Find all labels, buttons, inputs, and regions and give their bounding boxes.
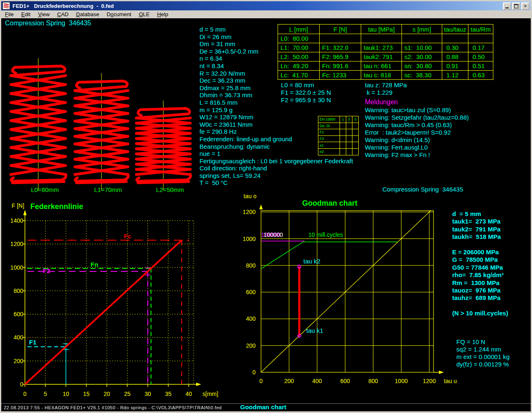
en-table-cell bbox=[340, 148, 346, 155]
fq-line: sq2 = 1.244 mm bbox=[456, 346, 510, 353]
parameter-line: m = 125.9 g bbox=[200, 106, 353, 114]
title-bar[interactable]: FED1+ Druckfederberechnung - 0.fed ✕ bbox=[1, 1, 531, 10]
en-table-cell bbox=[340, 123, 346, 129]
column-header: L [mm] bbox=[278, 25, 320, 34]
message-line: Warning: Fert.ausgl.L0 bbox=[365, 144, 469, 151]
messages-title: Meldungen bbox=[365, 98, 469, 106]
column-header: tau/Rm bbox=[468, 25, 493, 34]
tolerance-line: F1 = 322.0 ± 25 N bbox=[281, 89, 331, 96]
menu-item-database[interactable]: Database bbox=[72, 11, 103, 18]
material-line: tauoz= 976 MPa bbox=[452, 287, 508, 294]
subtitle: Compression Spring 346435 bbox=[382, 186, 463, 193]
en-table-row: F1 bbox=[318, 129, 359, 136]
message-line: Warning: tauc/Rm > 0.45 (0.63) bbox=[365, 121, 469, 129]
table-cell: L1: 70.00 bbox=[278, 43, 320, 52]
app-icon bbox=[2, 2, 10, 10]
table-cell bbox=[468, 34, 493, 43]
table-cell: 0.91 bbox=[442, 61, 468, 71]
close-button[interactable]: ✕ bbox=[521, 2, 530, 10]
tolerance-line: L0 = 80 mm bbox=[281, 81, 331, 89]
en-table-label: e1 bbox=[318, 142, 340, 149]
en-table-cell bbox=[340, 129, 346, 136]
table-cell: 0.88 bbox=[442, 52, 468, 61]
menu-item-ole[interactable]: OLE bbox=[135, 11, 153, 18]
message-line: Error : tauk2>tauperm! S=0.92 bbox=[365, 129, 469, 136]
menu-item-cad[interactable]: CAD bbox=[54, 11, 72, 18]
en-table-cell bbox=[352, 148, 359, 155]
en-table-row: F2 bbox=[318, 135, 359, 142]
material-line: E = 206000 MPa bbox=[452, 248, 508, 256]
table-cell: Fn: 991.6 bbox=[320, 61, 361, 71]
message-line: Warning: Setzgefahr (tau2/tauz=0.88) bbox=[365, 114, 469, 121]
app-window: FED1+ Druckfederberechnung - 0.fed ✕ Fil… bbox=[0, 0, 532, 413]
column-header: tau/tauz bbox=[442, 25, 468, 34]
table-cell: 0.17 bbox=[468, 43, 493, 52]
table-cell: 1.12 bbox=[442, 71, 468, 80]
en-table-cell bbox=[346, 135, 352, 142]
material-line: tauk2= 791 MPa bbox=[452, 226, 508, 233]
table-cell: Fc: 1233 bbox=[320, 71, 361, 80]
minimize-button[interactable] bbox=[503, 2, 511, 10]
table-cell: tauk2: 791 bbox=[361, 52, 402, 61]
en-table-cell bbox=[340, 142, 346, 149]
status-text: 22.08.2013 7:55 - HEXAGON FED1+ V26.1 #1… bbox=[4, 405, 222, 410]
table-cell: 0.50 bbox=[468, 52, 493, 61]
column-header: s [mm] bbox=[402, 25, 442, 34]
tolerance-block: L0 = 80 mmF1 = 322.0 ± 25 NF2 = 965.9 ± … bbox=[281, 81, 331, 104]
material-line: Rm = 1300 MPa bbox=[452, 279, 508, 287]
menu-item-view[interactable]: View bbox=[34, 11, 53, 18]
menu-item-help[interactable]: Help bbox=[153, 11, 172, 18]
column-header: tau [MPa] bbox=[361, 25, 402, 34]
message-line: Warning: tauc>tau zul (S=0.89) bbox=[365, 106, 469, 114]
en-table-title: EN 15800 bbox=[318, 116, 340, 123]
stress-block: tau z: 728 MPa k = 1.229 bbox=[365, 81, 407, 96]
en-table-row: De, Di bbox=[318, 123, 359, 129]
material-line bbox=[452, 302, 508, 310]
tolerance-line: F2 = 965.9 ± 30 N bbox=[281, 96, 331, 104]
menu-item-edit[interactable]: Edit bbox=[17, 11, 34, 18]
en-table-cell bbox=[346, 129, 352, 136]
en-table-row: e2 bbox=[318, 148, 359, 155]
material-line: d = 5 mm bbox=[452, 210, 508, 218]
fq-line: dy(fz) = 0.00129 % bbox=[456, 361, 510, 368]
menu-item-file[interactable]: File bbox=[1, 11, 17, 18]
en-table-cell bbox=[352, 123, 359, 129]
material-line bbox=[452, 241, 508, 248]
en-table-col: 3 bbox=[352, 116, 359, 123]
material-line: G50 = 77846 MPa bbox=[452, 264, 508, 271]
fq-line: FQ = 10 N bbox=[456, 338, 510, 346]
parameter-line: T = 50 °C bbox=[200, 179, 353, 187]
table-cell: L2: 50.00 bbox=[278, 52, 320, 61]
drawing-title: Compression Spring 346435 bbox=[5, 20, 91, 27]
table-row: L2: 50.00F2: 965.9tauk2: 791s2: 30.000.8… bbox=[278, 52, 493, 61]
maximize-button[interactable] bbox=[512, 2, 520, 10]
table-row: Ln: 49.20Fn: 991.6tau n: 661sn: 30.800.9… bbox=[278, 61, 493, 71]
parameter-line: Fertigungsausgleich : L0 bei 1 vorgegebe… bbox=[200, 157, 353, 165]
stress-line: k = 1.229 bbox=[365, 89, 407, 96]
goodman-footer-line1: Goodman chart bbox=[240, 404, 379, 411]
material-line: (N > 10 mill.cycles) bbox=[452, 310, 508, 317]
en-table-cell bbox=[352, 135, 359, 142]
material-line: rho= 7.85 kg/dm³ bbox=[452, 271, 508, 279]
table-cell: sc: 38.30 bbox=[402, 71, 442, 80]
en-table-row: e1 bbox=[318, 142, 359, 149]
menu-item-document[interactable]: Document bbox=[103, 11, 135, 18]
table-cell: 0.30 bbox=[442, 43, 468, 52]
column-header: F [N] bbox=[320, 25, 361, 34]
goodman-footer: Goodman chart EN 10089-38Si7 (DIN 17221 … bbox=[240, 391, 379, 413]
table-cell bbox=[361, 34, 402, 43]
table-cell: F2: 965.9 bbox=[320, 52, 361, 61]
messages-block: MeldungenWarning: tauc>tau zul (S=0.89)W… bbox=[365, 98, 469, 159]
en-table-cell bbox=[340, 135, 346, 142]
message-line: Warning: F2 max > Fn ! bbox=[365, 151, 469, 159]
en-table-col: 1 bbox=[340, 116, 346, 123]
material-panel: d = 5 mmtauk1= 273 MPatauk2= 791 MPatauk… bbox=[452, 210, 508, 317]
en-table-cell bbox=[346, 123, 352, 129]
en-table-cell bbox=[352, 142, 359, 149]
results-table: L [mm]F [N]tau [MPa]s [mm]tau/tauztau/Rm… bbox=[278, 24, 493, 80]
menu-bar: FileEditViewCADDatabaseDocumentOLEHelp bbox=[1, 10, 531, 18]
en-table-label: De, Di bbox=[318, 123, 340, 129]
en-table-cell bbox=[346, 148, 352, 155]
table-cell: tau c: 818 bbox=[361, 71, 402, 80]
table-cell: L0: 80.00 bbox=[278, 34, 320, 43]
